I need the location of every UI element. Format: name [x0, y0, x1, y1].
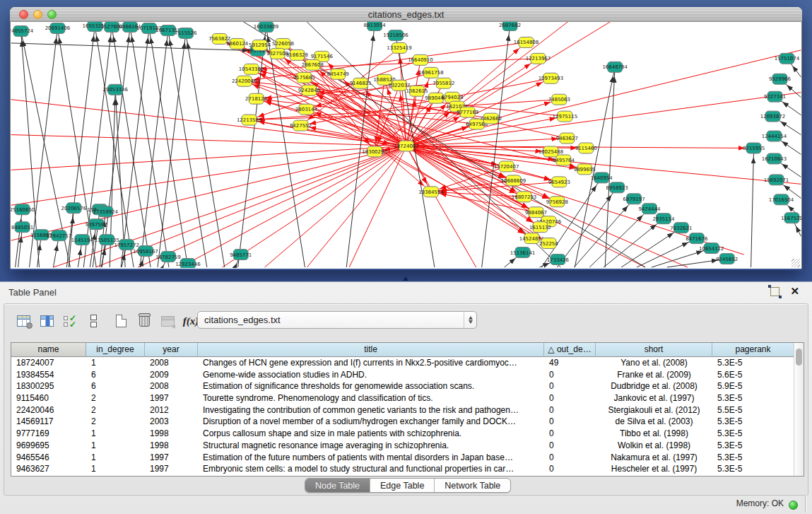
graph-node[interactable]: 8485051: [11, 222, 33, 233]
table-row[interactable]: 1456911722003Disruption of a novel membe…: [11, 416, 804, 428]
row-display-button[interactable]: [84, 312, 102, 330]
svg-text:8813054: 8813054: [364, 23, 387, 28]
graph-node[interactable]: 20691406: [45, 23, 70, 33]
graph-node[interactable]: 20206576: [61, 203, 86, 214]
graph-node[interactable]: 10654112: [699, 243, 724, 254]
graph-node[interactable]: 15751074: [775, 53, 800, 64]
graph-node[interactable]: 16640910: [408, 54, 433, 65]
close-panel-icon[interactable]: ✕: [790, 285, 799, 298]
graph-node[interactable]: 9245652: [716, 254, 738, 264]
graph-node[interactable]: 8454749: [327, 69, 349, 79]
graph-node[interactable]: 252254: [539, 238, 558, 249]
graph-node[interactable]: 12975115: [553, 111, 577, 122]
column-header-short[interactable]: short: [596, 343, 712, 357]
graph-node[interactable]: 19218506: [383, 30, 408, 40]
graph-node[interactable]: 16648784: [602, 62, 628, 72]
tab-node-table[interactable]: Node Table: [305, 479, 370, 492]
graph-node[interactable]: 15136141: [510, 247, 535, 258]
graph-node[interactable]: 12444154: [762, 131, 787, 141]
table-row[interactable]: 946362711997Embryonic stem cells: a mode…: [11, 463, 804, 475]
column-header-name[interactable]: name: [11, 343, 86, 357]
table-row[interactable]: 969969511998Structural magnetic resonanc…: [11, 440, 804, 452]
network-file-selector[interactable]: citations_edges.txt: [197, 311, 477, 329]
graph-edge: [186, 33, 225, 267]
delete-table-button[interactable]: [158, 312, 177, 330]
tab-network-table[interactable]: Network Table: [435, 479, 510, 492]
column-header-title[interactable]: title: [198, 343, 544, 357]
graph-node[interactable]: 10543382: [239, 64, 264, 74]
table-cell: de Silva et al. (2003): [596, 416, 712, 428]
show-column-button[interactable]: [37, 312, 56, 330]
graph-edge: [431, 182, 559, 192]
graph-node[interactable]: 9654923: [548, 177, 570, 187]
table-row[interactable]: 977716911998Corpus callosum shape and si…: [11, 428, 804, 440]
graph-node[interactable]: 9463627: [556, 133, 578, 144]
svg-text:12213589: 12213589: [237, 117, 261, 123]
column-checklist-button[interactable]: ✓ ✓: [61, 312, 79, 330]
graph-node[interactable]: 9474444: [638, 204, 661, 214]
column-header-out-de-[interactable]: △ out_de…: [544, 343, 596, 357]
window-titlebar[interactable]: citations_edges.txt: [10, 7, 802, 22]
table-cell: 0: [544, 369, 596, 381]
scrollbar-thumb[interactable]: [796, 349, 802, 366]
graph-node[interactable]: 7485063: [548, 94, 570, 105]
graph-node[interactable]: 8427552: [290, 120, 312, 131]
graph-node[interactable]: 8813054: [364, 22, 387, 30]
graph-node[interactable]: 9329966: [769, 74, 791, 84]
graph-node[interactable]: 16210643: [762, 153, 787, 164]
table-cell: 0: [544, 380, 596, 392]
network-view-canvas[interactable]: 24055724 20691406 16553257 1527602 64661…: [10, 22, 802, 269]
graph-node[interactable]: 1145194: [71, 235, 94, 245]
svg-text:17016504: 17016504: [769, 197, 794, 203]
column-header-year[interactable]: year: [145, 343, 198, 357]
graph-node[interactable]: 8215955: [743, 143, 765, 153]
table-cell: 6: [86, 380, 145, 392]
float-panel-icon[interactable]: [770, 287, 779, 296]
tab-edge-table[interactable]: Edge Table: [370, 479, 435, 492]
table-settings-button[interactable]: [14, 312, 33, 330]
table-row[interactable]: 1830029562008Estimation of significance …: [11, 380, 804, 392]
table-row[interactable]: 1938455462009Genome-wide association stu…: [11, 369, 804, 381]
graph-node[interactable]: 5226058: [272, 38, 294, 49]
graph-node[interactable]: 16154808: [514, 37, 539, 47]
new-table-button[interactable]: [112, 312, 130, 330]
graph-node[interactable]: 1167532: [781, 213, 801, 223]
graph-node[interactable]: 12213589: [237, 115, 261, 125]
graph-node[interactable]: 6879197: [623, 194, 645, 204]
table-row[interactable]: 911546021997Tourette syndrome. Phenomeno…: [11, 392, 804, 404]
graph-node[interactable]: 12923446: [175, 259, 200, 268]
table-row[interactable]: 1872400712008Changes of HCN gene express…: [11, 357, 804, 369]
window-resize-grip[interactable]: [792, 259, 800, 267]
graph-edge: [349, 146, 406, 267]
table-cell: 49: [544, 357, 596, 369]
column-header-in-degree[interactable]: in_degree: [86, 343, 145, 357]
table-scrollbar[interactable]: [794, 343, 804, 476]
graph-node[interactable]: 2687682: [499, 22, 521, 30]
graph-node[interactable]: 2935114: [652, 214, 675, 224]
graph-node[interactable]: 9115460: [575, 143, 597, 153]
graph-node[interactable]: 7632621: [670, 223, 692, 233]
graph-node[interactable]: 15692071: [764, 175, 789, 185]
graph-node[interactable]: 16961758: [418, 67, 443, 78]
graph-node[interactable]: 12093872: [760, 111, 785, 122]
graph-node[interactable]: 24055724: [11, 25, 34, 36]
svg-text:6879197: 6879197: [623, 197, 645, 202]
delete-button[interactable]: [135, 312, 153, 330]
graph-node[interactable]: 17016504: [769, 194, 794, 205]
graph-node[interactable]: 8186328: [286, 49, 308, 60]
graph-node[interactable]: 25160650: [11, 204, 35, 215]
split-divider-arrow[interactable]: [403, 276, 408, 281]
graph-node[interactable]: 9227341: [764, 91, 786, 102]
graph-node[interactable]: 12213967: [526, 53, 551, 64]
graph-node[interactable]: 29053346: [102, 84, 127, 95]
graph-node[interactable]: 7955812: [433, 78, 454, 88]
column-header-pagerank[interactable]: pagerank: [712, 343, 794, 357]
graph-node[interactable]: 9485771: [230, 250, 252, 260]
graph-node[interactable]: 2718126: [245, 93, 267, 104]
table-row[interactable]: 946554611997Estimation of the future num…: [11, 452, 804, 464]
graph-node[interactable]: 9899695: [574, 164, 596, 175]
graph-node[interactable]: 13325419: [387, 42, 411, 53]
table-row[interactable]: 2242004622012Investigating the contribut…: [11, 404, 804, 416]
citation-network-graph[interactable]: 24055724 20691406 16553257 1527602 64661…: [11, 22, 801, 268]
graph-node[interactable]: 10973493: [539, 73, 563, 83]
